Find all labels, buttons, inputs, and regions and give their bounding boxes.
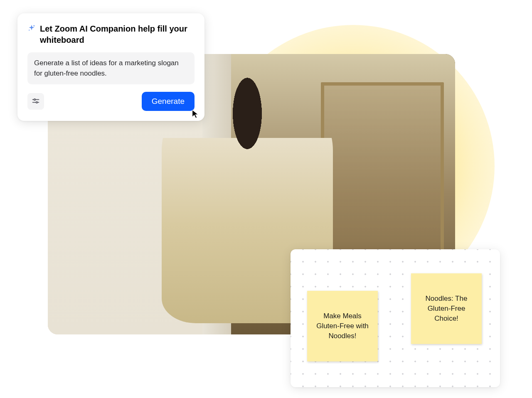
ai-companion-panel: Let Zoom AI Companion help fill your whi…	[17, 13, 204, 121]
svg-point-3	[36, 101, 38, 103]
cursor-icon	[191, 109, 200, 118]
ai-panel-footer: Generate	[27, 92, 195, 111]
sticky-note[interactable]: Noodles: The Gluten-Free Choice!	[411, 273, 482, 344]
generate-button[interactable]: Generate	[142, 92, 195, 111]
settings-button[interactable]	[27, 93, 44, 110]
ai-panel-title: Let Zoom AI Companion help fill your whi…	[40, 23, 195, 46]
sparkle-icon	[27, 24, 36, 32]
svg-point-2	[34, 99, 36, 101]
sticky-note[interactable]: Make Meals Gluten-Free with Noodles!	[307, 291, 378, 361]
ai-panel-header: Let Zoom AI Companion help fill your whi…	[27, 23, 195, 46]
ai-prompt-input[interactable]: Generate a list of ideas for a marketing…	[27, 52, 195, 84]
generate-button-label: Generate	[152, 97, 185, 106]
whiteboard-canvas[interactable]: Make Meals Gluten-Free with Noodles! Noo…	[291, 249, 500, 387]
sliders-icon	[32, 97, 40, 106]
